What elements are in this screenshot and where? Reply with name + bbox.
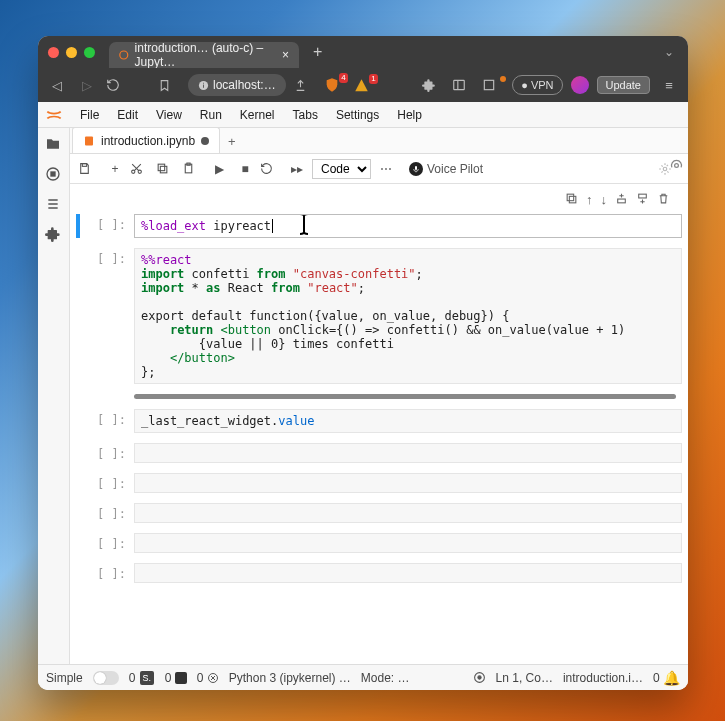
code-cell[interactable]: [ ]: bbox=[76, 473, 682, 493]
notebook-body[interactable]: [ ]:%load_ext ipyreact ↑ ↓ [ ]:%%react i… bbox=[70, 184, 688, 664]
voice-pilot-button[interactable]: Voice Pilot bbox=[409, 162, 483, 176]
notebook-toolbar: + ▶ ■ ▸▸ Code ⋯ Vo bbox=[70, 154, 688, 184]
share-icon[interactable] bbox=[294, 79, 316, 92]
menu-edit[interactable]: Edit bbox=[109, 105, 146, 125]
more-commands-icon[interactable]: ⋯ bbox=[375, 162, 397, 176]
paste-button[interactable] bbox=[182, 162, 204, 175]
code-cell[interactable]: [ ]: bbox=[76, 533, 682, 553]
running-icon[interactable] bbox=[45, 166, 63, 182]
menu-run[interactable]: Run bbox=[192, 105, 230, 125]
minimize-window-icon[interactable] bbox=[66, 47, 77, 58]
cut-button[interactable] bbox=[130, 162, 152, 175]
notebook-tab[interactable]: introduction.ipynb bbox=[72, 128, 220, 153]
svg-point-22 bbox=[663, 167, 667, 171]
browser-tab[interactable]: introduction… (auto-c) – Jupyt… × bbox=[109, 42, 299, 68]
cell-input[interactable] bbox=[134, 443, 682, 463]
cursor-position[interactable]: Ln 1, Co… bbox=[496, 671, 553, 685]
doc-tabstrip: introduction.ipynb + bbox=[70, 128, 688, 154]
notebook-tab-title: introduction.ipynb bbox=[101, 134, 195, 148]
cell-delete-icon[interactable] bbox=[657, 192, 670, 207]
cell-input[interactable] bbox=[134, 533, 682, 553]
extensions-icon[interactable] bbox=[422, 78, 444, 92]
insert-cell-button[interactable]: + bbox=[104, 162, 126, 176]
tab-close-icon[interactable]: × bbox=[282, 48, 289, 62]
close-window-icon[interactable] bbox=[48, 47, 59, 58]
simple-mode-toggle[interactable] bbox=[93, 671, 119, 685]
cell-prompt: [ ]: bbox=[76, 473, 134, 491]
restart-run-all-button[interactable]: ▸▸ bbox=[286, 162, 308, 176]
kernel-status-icon[interactable] bbox=[473, 671, 486, 684]
cell-insert-above-icon[interactable] bbox=[615, 192, 628, 207]
back-button[interactable]: ◁ bbox=[46, 78, 68, 93]
cell-prompt: [ ]: bbox=[76, 563, 134, 581]
kernel-name[interactable]: Python 3 (ipykernel) … bbox=[229, 671, 351, 685]
errors-indicator[interactable]: 0 bbox=[197, 671, 219, 685]
profile-avatar[interactable] bbox=[571, 76, 589, 94]
file-browser-icon[interactable] bbox=[45, 136, 63, 152]
code-cell[interactable]: [ ]:%load_ext ipyreact ↑ ↓ bbox=[76, 214, 682, 238]
new-launcher-button[interactable]: + bbox=[220, 130, 244, 153]
new-tab-button[interactable]: + bbox=[307, 43, 328, 61]
cell-insert-below-icon[interactable] bbox=[636, 192, 649, 207]
cell-input[interactable]: _last_react_widget.value bbox=[134, 409, 682, 433]
reload-button[interactable] bbox=[106, 78, 128, 92]
mode-indicator: Mode: … bbox=[361, 671, 410, 685]
interrupt-button[interactable]: ■ bbox=[234, 162, 256, 176]
menu-tabs[interactable]: Tabs bbox=[285, 105, 326, 125]
code-cell[interactable]: [ ]:_last_react_widget.value bbox=[76, 409, 682, 433]
update-button[interactable]: Update bbox=[597, 76, 650, 94]
sidebar-toggle-icon[interactable] bbox=[452, 78, 474, 92]
cell-input[interactable] bbox=[134, 503, 682, 523]
saving-indicator[interactable]: 0 S. bbox=[129, 671, 155, 685]
notebook-settings-icon[interactable] bbox=[658, 162, 680, 176]
menu-help[interactable]: Help bbox=[389, 105, 430, 125]
menu-settings[interactable]: Settings bbox=[328, 105, 387, 125]
filename-status[interactable]: introduction.i… bbox=[563, 671, 643, 685]
cell-input[interactable]: %load_ext ipyreact bbox=[134, 214, 682, 238]
save-button[interactable] bbox=[78, 162, 100, 175]
vpn-button[interactable]: ● VPN bbox=[512, 75, 562, 95]
cell-input[interactable] bbox=[134, 563, 682, 583]
cell-prompt: [ ]: bbox=[76, 503, 134, 521]
cell-input[interactable]: %%react import confetti from "canvas-con… bbox=[134, 248, 682, 384]
svg-rect-18 bbox=[158, 164, 165, 171]
svg-rect-8 bbox=[51, 172, 55, 176]
bookmark-icon[interactable] bbox=[158, 79, 180, 92]
code-cell[interactable]: [ ]:%%react import confetti from "canvas… bbox=[76, 248, 682, 384]
tabs-dropdown-icon[interactable]: ⌄ bbox=[660, 45, 678, 59]
warning-icon[interactable]: 1 bbox=[354, 78, 376, 93]
voice-pilot-label: Voice Pilot bbox=[427, 162, 483, 176]
celltype-select[interactable]: Code bbox=[312, 159, 371, 179]
shield-icon[interactable]: 4 bbox=[324, 77, 346, 93]
address-bar[interactable]: localhost:… bbox=[188, 74, 286, 96]
cell-move-up-icon[interactable]: ↑ bbox=[586, 192, 593, 207]
forward-button[interactable]: ▷ bbox=[76, 78, 98, 93]
notifications-indicator[interactable]: 0 🔔 bbox=[653, 670, 680, 686]
cell-duplicate-icon[interactable] bbox=[565, 192, 578, 207]
browser-window: introduction… (auto-c) – Jupyt… × + ⌄ ◁ … bbox=[38, 36, 688, 690]
restart-button[interactable] bbox=[260, 162, 282, 175]
svg-rect-2 bbox=[203, 84, 204, 87]
cell-input[interactable] bbox=[134, 473, 682, 493]
window-controls[interactable] bbox=[48, 47, 95, 58]
menu-kernel[interactable]: Kernel bbox=[232, 105, 283, 125]
code-cell[interactable]: [ ]: bbox=[76, 503, 682, 523]
svg-rect-21 bbox=[415, 166, 417, 170]
menu-view[interactable]: View bbox=[148, 105, 190, 125]
menu-icon[interactable]: ≡ bbox=[658, 78, 680, 93]
jupyter-logo-icon[interactable] bbox=[38, 105, 70, 125]
run-button[interactable]: ▶ bbox=[208, 162, 230, 176]
terminals-indicator[interactable]: 0 bbox=[165, 671, 187, 685]
copy-button[interactable] bbox=[156, 162, 178, 175]
menu-file[interactable]: File bbox=[72, 105, 107, 125]
toc-icon[interactable] bbox=[45, 196, 63, 212]
code-cell[interactable]: [ ]: bbox=[76, 443, 682, 463]
horizontal-scrollbar[interactable] bbox=[134, 394, 676, 399]
cell-move-down-icon[interactable]: ↓ bbox=[601, 192, 608, 207]
extension-manager-icon[interactable] bbox=[45, 226, 63, 242]
browser-tab-title: introduction… (auto-c) – Jupyt… bbox=[135, 41, 272, 69]
maximize-window-icon[interactable] bbox=[84, 47, 95, 58]
svg-point-35 bbox=[477, 676, 480, 679]
code-cell[interactable]: [ ]: bbox=[76, 563, 682, 583]
rewards-icon[interactable] bbox=[482, 78, 504, 92]
